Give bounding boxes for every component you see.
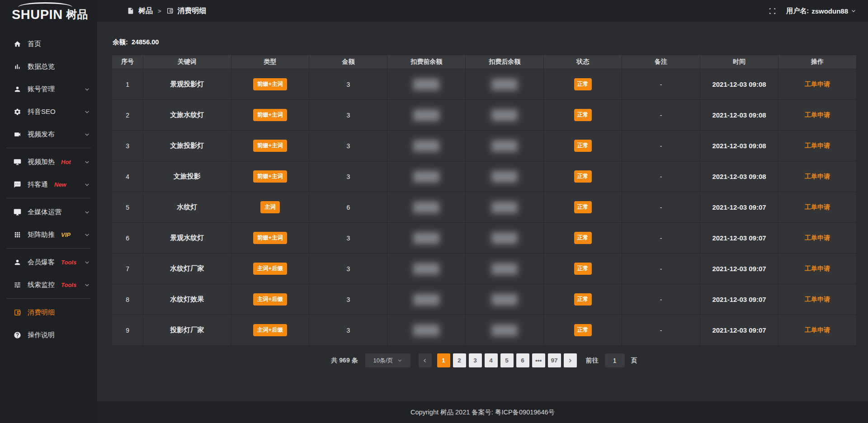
cell-note: - <box>622 69 700 100</box>
column-header: 状态 <box>544 55 622 69</box>
ticket-request-link[interactable]: 工单申请 <box>805 296 830 303</box>
sidebar-item-label: 矩阵助推 <box>28 230 55 239</box>
sidebar-item-tag: VIP <box>61 231 71 238</box>
main-column: 树品 > 消费明细 用户名: zswodun88 <box>97 0 868 423</box>
user-menu[interactable]: 用户名: zswodun88 <box>786 7 856 15</box>
ticket-request-link[interactable]: 工单申请 <box>805 111 830 118</box>
sidebar-item-label: 抖客通 <box>28 180 48 189</box>
doc-icon <box>127 7 134 14</box>
cell-amount: 6 <box>309 192 387 223</box>
sidebar-item-video[interactable]: 视频发布 <box>0 123 97 146</box>
type-badge: 前缀+主词 <box>253 140 287 152</box>
masked-value <box>491 140 518 152</box>
sidebar-item-chart[interactable]: 数据总览 <box>0 55 97 78</box>
video-icon <box>14 131 21 138</box>
cell-type: 前缀+主词 <box>231 161 309 192</box>
masked-value <box>491 294 518 306</box>
table-row: 3文旅投影灯前缀+主词3正常-2021-12-03 09:08工单申请 <box>112 131 857 161</box>
sidebar-item-label: 线索监控 <box>28 281 55 289</box>
more-pages-button[interactable]: ••• <box>532 353 545 367</box>
cell-balance-after <box>466 161 544 192</box>
page-button-4[interactable]: 4 <box>485 353 498 367</box>
wallet-icon <box>166 7 174 14</box>
cell-action: 工单申请 <box>778 69 856 100</box>
sidebar-item-sliders[interactable]: 线索监控Tools <box>0 273 97 296</box>
chevron-down-icon <box>851 8 856 14</box>
balance-value: 24856.00 <box>132 38 159 46</box>
cell-balance-after <box>466 192 544 223</box>
prev-page-button[interactable] <box>419 353 432 367</box>
cell-index: 1 <box>112 69 143 100</box>
balance: 余额: 24856.00 <box>113 38 857 47</box>
masked-value <box>491 324 518 336</box>
cell-note: - <box>622 223 700 254</box>
total-count: 共 969 条 <box>331 357 358 365</box>
ticket-request-link[interactable]: 工单申请 <box>805 173 830 180</box>
sidebar-item-user[interactable]: 账号管理 <box>0 78 97 100</box>
cell-keyword: 文旅投影灯 <box>143 131 231 161</box>
cell-balance-after <box>466 284 544 315</box>
sidebar-item-person[interactable]: 会员爆客Tools <box>0 251 97 273</box>
consumption-table: 序号关键词类型金额扣费前余额扣费后余额状态备注时间操作 1景观投影灯前缀+主词3… <box>112 55 857 346</box>
sidebar-item-board[interactable]: 视频加热Hot <box>0 150 97 173</box>
column-header: 关键词 <box>143 55 231 69</box>
table-row: 4文旅投影前缀+主词3正常-2021-12-03 09:08工单申请 <box>112 161 857 192</box>
next-page-button[interactable] <box>564 353 577 367</box>
sidebar-item-label: 视频发布 <box>28 130 55 139</box>
sidebar-item-home[interactable]: 首页 <box>0 33 97 55</box>
sidebar-item-tag: Tools <box>61 282 76 288</box>
ticket-request-link[interactable]: 工单申请 <box>805 265 830 272</box>
cell-type: 前缀+主词 <box>231 100 309 131</box>
masked-value <box>413 263 439 275</box>
status-badge: 正常 <box>574 78 592 90</box>
type-badge: 主词+后缀 <box>253 324 287 336</box>
cell-note: - <box>622 192 700 223</box>
page-size-select[interactable]: 10条/页 <box>365 353 410 367</box>
page-button-2[interactable]: 2 <box>453 353 466 367</box>
cell-status: 正常 <box>544 315 622 346</box>
cell-index: 4 <box>112 161 143 192</box>
type-badge: 前缀+主词 <box>253 78 287 90</box>
page-button-3[interactable]: 3 <box>469 353 482 367</box>
page-button-5[interactable]: 5 <box>500 353 514 367</box>
cell-balance-before <box>387 192 466 223</box>
table-row: 5水纹灯主词6正常-2021-12-03 09:07工单申请 <box>112 192 857 223</box>
page-button-1[interactable]: 1 <box>437 353 450 367</box>
status-badge: 正常 <box>574 324 592 336</box>
sidebar-item-grid[interactable]: 矩阵助推VIP <box>0 223 97 246</box>
cell-balance-before <box>387 284 466 315</box>
ticket-request-link[interactable]: 工单申请 <box>805 80 830 88</box>
cell-keyword: 投影灯厂家 <box>143 315 231 346</box>
ticket-request-link[interactable]: 工单申请 <box>805 326 830 334</box>
ticket-request-link[interactable]: 工单申请 <box>805 142 830 149</box>
sidebar-item-monitor[interactable]: 全媒体运营 <box>0 201 97 223</box>
goto-page-input[interactable] <box>605 353 625 367</box>
table-row: 1景观投影灯前缀+主词3正常-2021-12-03 09:08工单申请 <box>112 69 857 100</box>
menu-divider <box>6 198 91 198</box>
goto-suffix: 页 <box>631 357 637 365</box>
sidebar-item-wallet[interactable]: 消费明细 <box>0 301 97 324</box>
cell-action: 工单申请 <box>778 131 856 161</box>
logo-arc <box>18 2 72 12</box>
ticket-request-link[interactable]: 工单申请 <box>805 234 830 241</box>
cell-note: - <box>622 161 700 192</box>
sidebar-item-question[interactable]: 操作说明 <box>0 324 97 346</box>
fullscreen-icon[interactable] <box>769 7 776 15</box>
chevron-down-icon <box>397 358 402 363</box>
cell-balance-after <box>466 223 544 254</box>
cell-index: 3 <box>112 131 143 161</box>
ticket-request-link[interactable]: 工单申请 <box>805 203 830 211</box>
page-button-97[interactable]: 97 <box>548 353 561 367</box>
menu-divider <box>6 248 91 249</box>
cell-time: 2021-12-03 09:07 <box>700 192 778 223</box>
sidebar-item-chat[interactable]: 抖客通New <box>0 173 97 196</box>
cell-keyword: 景观水纹灯 <box>143 223 231 254</box>
status-badge: 正常 <box>574 232 592 244</box>
sidebar-item-gear[interactable]: 抖音SEO <box>0 100 97 123</box>
breadcrumb-root[interactable]: 树品 <box>138 6 153 16</box>
cell-balance-before <box>387 254 466 284</box>
cell-action: 工单申请 <box>778 192 856 223</box>
page-button-6[interactable]: 6 <box>516 353 529 367</box>
column-header: 备注 <box>622 55 700 69</box>
status-badge: 正常 <box>574 140 592 152</box>
